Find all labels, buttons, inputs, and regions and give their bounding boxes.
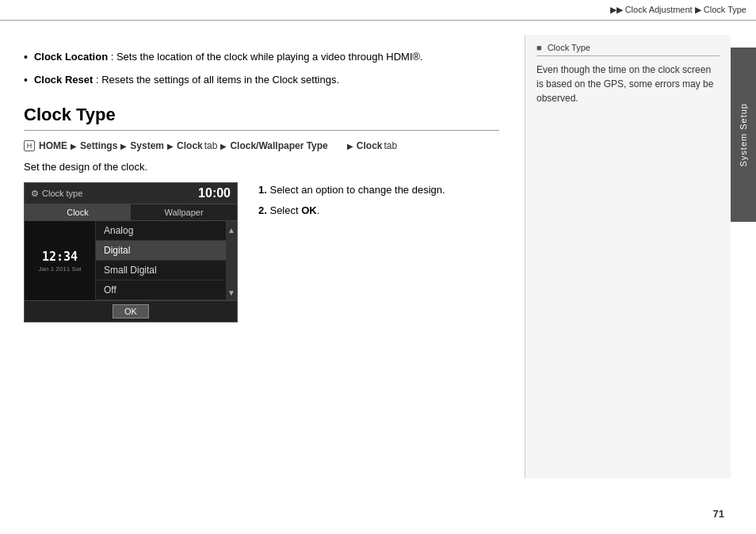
breadcrumb-bar: ▶▶ Clock Adjustment ▶ Clock Type bbox=[0, 0, 756, 21]
clock-gear-icon: ⚙ bbox=[31, 189, 39, 199]
step-1-text: Select an option to change the design. bbox=[269, 184, 445, 196]
sidebar-tab-label: System Setup bbox=[739, 103, 748, 166]
clock-display-date: Jan 1 2011 Sat bbox=[39, 265, 82, 273]
bullet-label-clock-reset: Clock Reset bbox=[34, 74, 93, 86]
nav-tab-suffix: tab bbox=[384, 140, 397, 151]
bullet-text-clock-reset: : Resets the settings of all items in th… bbox=[96, 74, 339, 86]
section-title: Clock Type bbox=[24, 105, 499, 131]
step-2-num: 2. bbox=[258, 204, 267, 216]
page-number: 71 bbox=[713, 508, 724, 520]
clock-display: 12:34 Jan 1 2011 Sat bbox=[39, 250, 82, 273]
info-panel-title: ■ Clock Type bbox=[536, 43, 720, 56]
step-2-end: . bbox=[317, 204, 320, 216]
clock-ok-bar: OK bbox=[25, 300, 237, 322]
nav-path: H HOME ▶ Settings ▶ System ▶ Clock tab ▶… bbox=[24, 140, 499, 151]
clock-ui-header-left: ⚙ Clock type bbox=[31, 189, 82, 199]
bullet-item-clock-location: Clock Location : Sets the location of th… bbox=[24, 49, 499, 66]
steps-list: 1. Select an option to change the design… bbox=[258, 182, 445, 223]
nav-clock: Clock bbox=[357, 140, 383, 151]
step-2-prefix: Select bbox=[269, 204, 301, 216]
nav-system: System bbox=[130, 140, 164, 151]
nav-clock-tab: Clock bbox=[177, 140, 203, 151]
step-2-ok: OK bbox=[301, 204, 317, 216]
nav-clock-wallpaper: Clock/Wallpaper Type bbox=[230, 140, 327, 151]
step-2: 2. Select OK. bbox=[258, 203, 445, 219]
clock-options-area: Analog Digital Small Digital Off bbox=[96, 221, 237, 300]
nav-tab-label: tab bbox=[204, 140, 218, 151]
clock-ui-title: Clock type bbox=[42, 189, 82, 198]
clock-option-off[interactable]: Off bbox=[96, 280, 237, 300]
scroll-down-icon[interactable] bbox=[227, 286, 235, 298]
home-icon: H bbox=[24, 140, 35, 151]
clock-ok-button[interactable]: OK bbox=[113, 304, 149, 318]
clock-ui-header: ⚙ Clock type 10:00 bbox=[25, 183, 237, 204]
info-panel-icon: ■ bbox=[536, 43, 542, 52]
step-1: 1. Select an option to change the design… bbox=[258, 182, 445, 198]
clock-tab-clock[interactable]: Clock bbox=[25, 204, 131, 220]
step-1-num: 1. bbox=[258, 184, 267, 196]
clock-display-time: 12:34 bbox=[39, 250, 82, 264]
info-panel: ■ Clock Type Even though the time on the… bbox=[525, 35, 731, 479]
system-setup-tab: System Setup bbox=[731, 48, 756, 222]
options-scrollbar[interactable] bbox=[226, 221, 237, 300]
bullet-item-clock-reset: Clock Reset : Resets the settings of all… bbox=[24, 72, 499, 89]
clock-option-digital[interactable]: Digital bbox=[96, 241, 237, 261]
bullet-list: Clock Location : Sets the location of th… bbox=[24, 49, 499, 89]
clock-option-analog[interactable]: Analog bbox=[96, 221, 237, 241]
clock-tab-wallpaper[interactable]: Wallpaper bbox=[131, 204, 237, 220]
clock-body: 12:34 Jan 1 2011 Sat Analog Digital Smal… bbox=[25, 221, 237, 300]
set-design-text: Set the design of the clock. bbox=[24, 161, 499, 173]
info-panel-text: Even though the time on the clock screen… bbox=[536, 63, 720, 105]
clock-preview: 12:34 Jan 1 2011 Sat bbox=[25, 221, 96, 300]
clock-ui-time: 10:00 bbox=[198, 186, 231, 200]
breadcrumb: ▶▶ Clock Adjustment ▶ Clock Type bbox=[610, 5, 746, 15]
bullet-text-clock-location: : Sets the location of the clock while p… bbox=[111, 51, 423, 63]
screenshot-steps-container: ⚙ Clock type 10:00 Clock Wallpaper 12:34… bbox=[24, 182, 499, 329]
clock-option-small-digital[interactable]: Small Digital bbox=[96, 261, 237, 280]
nav-home: HOME bbox=[39, 140, 67, 151]
scroll-up-icon[interactable] bbox=[227, 223, 235, 235]
nav-settings: Settings bbox=[80, 140, 117, 151]
clock-ui-screenshot: ⚙ Clock type 10:00 Clock Wallpaper 12:34… bbox=[24, 182, 238, 322]
bullet-label-clock-location: Clock Location bbox=[34, 51, 108, 63]
clock-tabs: Clock Wallpaper bbox=[25, 204, 237, 221]
main-content: Clock Location : Sets the location of th… bbox=[0, 35, 523, 343]
